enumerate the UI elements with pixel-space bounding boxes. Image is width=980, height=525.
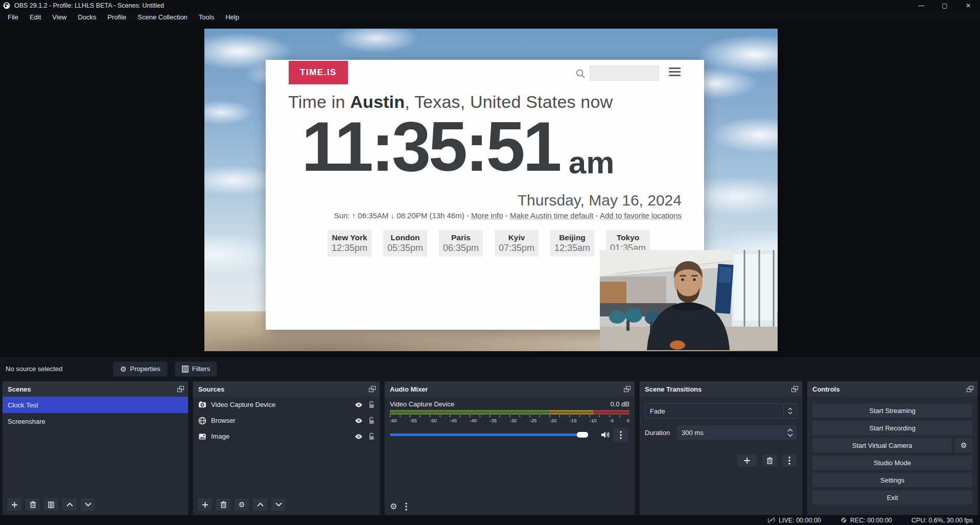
spin-up-icon[interactable] — [787, 428, 793, 432]
minimize-button[interactable]: — — [909, 0, 933, 11]
source-toolbar: No source selected ⚙ Properties Filters — [0, 357, 980, 381]
scenes-header[interactable]: Scenes — [3, 381, 188, 397]
start-streaming-button[interactable]: Start Streaming — [812, 403, 973, 418]
remove-transition-button[interactable] — [762, 454, 777, 467]
city-card[interactable]: London 05:35pm — [383, 230, 427, 257]
properties-button[interactable]: ⚙ Properties — [113, 361, 168, 377]
scene-item-screenshare[interactable]: Screenshare — [3, 413, 188, 429]
source-properties-button[interactable]: ⚙ — [234, 498, 249, 511]
menu-scene-collection[interactable]: Scene Collection — [132, 12, 193, 22]
lock-icon[interactable] — [367, 401, 376, 409]
remove-scene-button[interactable] — [25, 498, 40, 511]
city-name: London — [383, 233, 427, 242]
move-source-up-button[interactable] — [252, 498, 268, 511]
close-button[interactable]: ✕ — [956, 0, 980, 11]
city-card[interactable]: Kyiv 07:35pm — [495, 230, 539, 257]
program-canvas[interactable]: TIME.IS Time in Austin, Texas, United St… — [204, 29, 778, 351]
menu-docks[interactable]: Docks — [72, 12, 102, 22]
menu-tools[interactable]: Tools — [193, 12, 220, 22]
dock-popout-icon[interactable] — [369, 386, 376, 392]
studio-mode-button[interactable]: Studio Mode — [812, 455, 973, 470]
add-scene-button[interactable] — [7, 498, 22, 511]
dock-popout-icon[interactable] — [791, 386, 798, 392]
volume-slider[interactable] — [390, 433, 588, 436]
mixer-menu-kebab-icon[interactable] — [405, 503, 407, 511]
scene-label: Screenshare — [8, 418, 45, 425]
lock-icon[interactable] — [367, 432, 376, 441]
scenes-panel: Scenes Clock Test Screenshare — [2, 381, 189, 515]
transition-select[interactable]: Fade — [645, 403, 797, 419]
search-input[interactable] — [590, 65, 659, 81]
duration-value: 300 ms — [677, 429, 783, 437]
eye-icon[interactable] — [355, 417, 363, 425]
rec-time: REC: 00:00:00 — [850, 517, 892, 524]
sun-info-line: Sun: ↑ 06:35AM ↓ 08:20PM (13h 46m) - Mor… — [334, 211, 682, 220]
trash-icon — [766, 457, 773, 464]
city-card[interactable]: Beijing 12:35am — [550, 230, 594, 257]
transitions-title: Scene Transitions — [645, 385, 791, 393]
audio-mixer-header[interactable]: Audio Mixer — [385, 381, 635, 397]
sources-header[interactable]: Sources — [193, 381, 380, 397]
record-inactive-icon — [841, 517, 847, 523]
sun-times: Sun: ↑ 06:35AM ↓ 08:20PM (13h 46m) - — [334, 211, 471, 220]
globe-icon — [198, 417, 206, 425]
source-item-image[interactable]: Image — [193, 428, 380, 444]
add-transition-button[interactable] — [737, 454, 757, 467]
source-item-browser[interactable]: Browser — [193, 413, 380, 428]
add-source-button[interactable] — [197, 498, 213, 511]
controls-header[interactable]: Controls — [807, 381, 977, 397]
source-label: Video Capture Device — [211, 401, 350, 408]
start-virtual-camera-button[interactable]: Start Virtual Camera — [812, 438, 952, 453]
hamburger-menu-icon[interactable] — [669, 67, 681, 76]
menu-file[interactable]: File — [2, 12, 24, 22]
city-time: 06:35pm — [439, 243, 483, 254]
make-default-link[interactable]: Make Austin time default — [510, 211, 593, 220]
chevron-up-icon — [788, 407, 792, 410]
city-time: 12:35am — [550, 243, 594, 254]
mixer-channel-menu-button[interactable] — [613, 427, 628, 443]
volume-slider-handle[interactable] — [577, 432, 588, 438]
move-scene-up-button[interactable] — [62, 498, 77, 511]
eye-icon[interactable] — [355, 401, 363, 409]
city-name: Paris — [439, 233, 483, 242]
city-card[interactable]: New York 12:35pm — [328, 230, 371, 257]
filters-button[interactable]: Filters — [175, 361, 217, 377]
clock-time: 11:35:51 — [301, 111, 559, 181]
duration-spinbox[interactable]: 300 ms — [676, 425, 797, 440]
scene-item-clock-test[interactable]: Clock Test — [3, 397, 188, 413]
kebab-icon — [788, 456, 790, 465]
add-favorite-link[interactable]: Add to favorite locations — [600, 211, 682, 220]
move-source-down-button[interactable] — [271, 498, 286, 511]
transition-properties-button[interactable] — [782, 454, 797, 467]
remove-source-button[interactable] — [216, 498, 231, 511]
advanced-audio-gear-icon[interactable]: ⚙ — [390, 501, 397, 511]
transitions-header[interactable]: Scene Transitions — [640, 381, 802, 397]
scene-filters-button[interactable] — [43, 498, 59, 511]
more-info-link[interactable]: More info — [471, 211, 503, 220]
source-item-video-capture[interactable]: Video Capture Device — [193, 397, 380, 413]
city-card[interactable]: Paris 06:35pm — [439, 230, 483, 257]
menu-bar: File Edit View Docks Profile Scene Colle… — [0, 11, 980, 23]
maximize-button[interactable]: ▢ — [933, 0, 956, 11]
webcam-overlay[interactable] — [600, 250, 777, 350]
dock-popout-icon[interactable] — [967, 386, 973, 392]
start-recording-button[interactable]: Start Recording — [812, 420, 973, 436]
sources-title: Sources — [198, 385, 369, 393]
menu-profile[interactable]: Profile — [102, 12, 132, 22]
spin-down-icon[interactable] — [787, 433, 793, 437]
dock-popout-icon[interactable] — [624, 386, 631, 392]
menu-edit[interactable]: Edit — [24, 12, 46, 22]
transition-select-arrows[interactable] — [783, 404, 797, 418]
menu-help[interactable]: Help — [220, 12, 245, 22]
eye-icon[interactable] — [355, 432, 363, 441]
filters-label: Filters — [192, 365, 210, 373]
menu-view[interactable]: View — [46, 12, 72, 22]
lock-icon[interactable] — [367, 417, 376, 425]
exit-button[interactable]: Exit — [812, 490, 973, 505]
speaker-icon[interactable] — [600, 430, 610, 440]
dock-popout-icon[interactable] — [177, 386, 184, 392]
move-scene-down-button[interactable] — [80, 498, 96, 511]
trash-icon — [220, 501, 227, 508]
virtual-camera-settings-button[interactable]: ⚙ — [954, 438, 973, 453]
settings-button[interactable]: Settings — [812, 472, 973, 488]
